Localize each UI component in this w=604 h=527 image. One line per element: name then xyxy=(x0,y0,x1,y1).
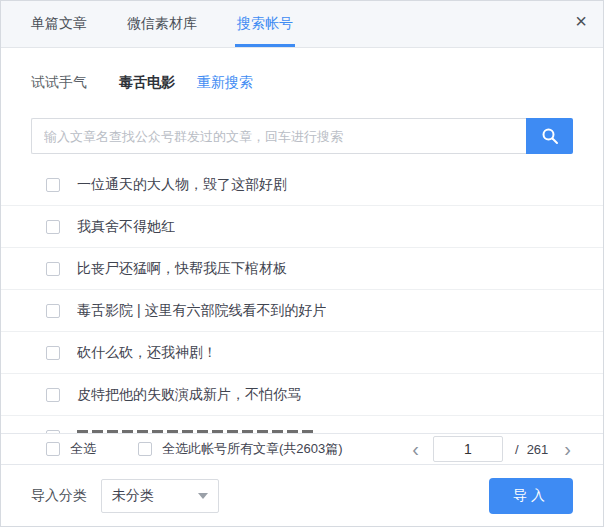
search-button[interactable] xyxy=(526,118,573,154)
search-icon xyxy=(541,127,559,145)
page-next-icon[interactable]: › xyxy=(562,439,573,459)
import-article-dialog: 单篇文章 微信素材库 搜索帐号 × 试试手气 毒舌电影 重新搜索 一位通天的大人… xyxy=(0,0,604,527)
select-all-checkbox[interactable] xyxy=(46,442,60,456)
article-checkbox[interactable] xyxy=(46,304,60,318)
tab-search-account[interactable]: 搜索帐号 xyxy=(237,1,293,47)
close-icon[interactable]: × xyxy=(575,11,587,31)
search-row xyxy=(31,118,573,154)
article-title: 比丧尸还猛啊，快帮我压下棺材板 xyxy=(77,260,287,278)
select-all-account-checkbox[interactable] xyxy=(138,442,152,456)
account-name: 毒舌电影 xyxy=(119,74,175,92)
list-item[interactable]: 我真舍不得她红 xyxy=(1,206,603,248)
category-selected-value: 未分类 xyxy=(112,487,154,505)
tab-bar: 单篇文章 微信素材库 搜索帐号 xyxy=(1,1,603,48)
article-checkbox[interactable] xyxy=(46,178,60,192)
article-checkbox[interactable] xyxy=(46,346,60,360)
research-link[interactable]: 重新搜索 xyxy=(197,74,253,92)
article-list: 一位通天的大人物，毁了这部好剧 我真舍不得她红 比丧尸还猛啊，快帮我压下棺材板 … xyxy=(1,164,603,433)
list-item[interactable]: 比丧尸还猛啊，快帮我压下棺材板 xyxy=(1,248,603,290)
import-button[interactable]: 导入 xyxy=(489,478,573,514)
page-number-input[interactable] xyxy=(433,436,503,462)
select-bar: 全选 全选此帐号所有文章(共2603篇) ‹ / 261 › xyxy=(1,433,603,465)
search-input[interactable] xyxy=(31,118,526,154)
article-title: 皮特把他的失败演成新片，不怕你骂 xyxy=(77,386,301,404)
page-separator: / xyxy=(515,442,519,457)
import-bar: 导入分类 未分类 导入 xyxy=(1,465,603,526)
list-item[interactable]: 一位通天的大人物，毁了这部好剧 xyxy=(1,164,603,206)
import-category-label: 导入分类 xyxy=(31,487,87,505)
page-total: 261 xyxy=(527,442,549,457)
article-title: 我真舍不得她红 xyxy=(77,218,175,236)
tab-single-article[interactable]: 单篇文章 xyxy=(31,1,87,47)
list-item[interactable]: 皮特把他的失败演成新片，不怕你骂 xyxy=(1,374,603,416)
select-all-label[interactable]: 全选 xyxy=(70,440,96,458)
list-item-clipped[interactable] xyxy=(1,416,603,433)
article-title: 毒舌影院 | 这里有六部院线看不到的好片 xyxy=(77,302,326,320)
try-luck-link[interactable]: 试试手气 xyxy=(31,74,87,92)
article-checkbox[interactable] xyxy=(46,262,60,276)
article-checkbox[interactable] xyxy=(46,388,60,402)
article-title: 一位通天的大人物，毁了这部好剧 xyxy=(77,176,287,194)
page-prev-icon[interactable]: ‹ xyxy=(410,439,421,459)
account-bar: 试试手气 毒舌电影 重新搜索 xyxy=(31,73,253,93)
list-item[interactable]: 毒舌影院 | 这里有六部院线看不到的好片 xyxy=(1,290,603,332)
tab-wechat-library[interactable]: 微信素材库 xyxy=(127,1,197,47)
article-checkbox[interactable] xyxy=(46,220,60,234)
chevron-down-icon xyxy=(198,493,208,499)
select-all-account-label[interactable]: 全选此帐号所有文章(共2603篇) xyxy=(162,440,343,458)
select-all-account-group: 全选此帐号所有文章(共2603篇) xyxy=(138,440,343,458)
pagination: ‹ / 261 › xyxy=(410,436,573,462)
list-item[interactable]: 砍什么砍，还我神剧！ xyxy=(1,332,603,374)
category-select[interactable]: 未分类 xyxy=(101,479,219,513)
article-title: 砍什么砍，还我神剧！ xyxy=(77,344,217,362)
